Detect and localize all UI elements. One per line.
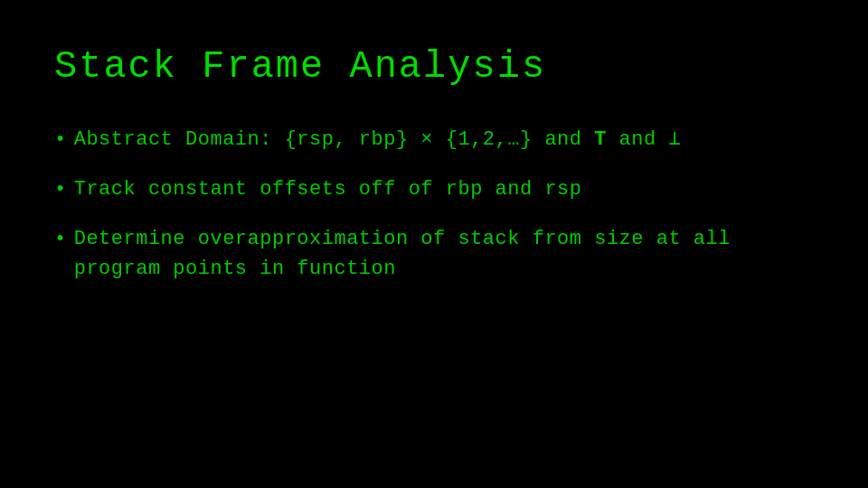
list-item: • Determine overapproximation of stack f… <box>54 224 814 284</box>
bullet-text: Determine overapproximation of stack fro… <box>74 224 814 284</box>
bullet-text: Track constant offsets off of rbp and rs… <box>74 174 814 204</box>
list-item: • Track constant offsets off of rbp and … <box>54 174 814 204</box>
slide-container: Stack Frame Analysis • Abstract Domain: … <box>0 0 868 488</box>
list-item: • Abstract Domain: {rsp, rbp} × {1,2,…} … <box>54 125 814 155</box>
bullet-dot: • <box>54 224 67 254</box>
bullet-dot: • <box>54 174 67 204</box>
bullet-dot: • <box>54 125 67 155</box>
bullet-list: • Abstract Domain: {rsp, rbp} × {1,2,…} … <box>54 125 814 284</box>
slide-title: Stack Frame Analysis <box>54 45 814 89</box>
bullet-text: Abstract Domain: {rsp, rbp} × {1,2,…} an… <box>74 125 814 155</box>
